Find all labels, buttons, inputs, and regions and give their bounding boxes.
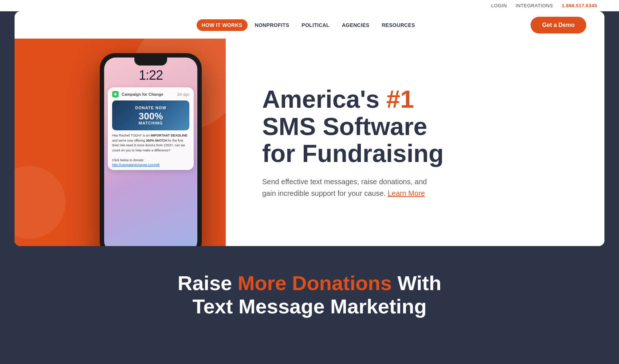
phone-frame: 1:22 Campaign for Change — [100, 53, 202, 246]
learn-more-link[interactable]: Learn More — [388, 189, 425, 197]
hero-title: America's #1 SMS Softwarefor Fundraising — [262, 86, 575, 167]
integrations-link[interactable]: INTEGRATIONS — [516, 3, 553, 8]
logo: tatango — [33, 18, 86, 32]
donate-sublabel: MATCHING — [117, 121, 184, 125]
notif-app-icon — [112, 91, 119, 98]
nav-how-it-works[interactable]: HOW IT WORKS — [197, 19, 248, 31]
nav-links: HOW IT WORKS NONPROFITS POLITICAL AGENCI… — [193, 17, 424, 33]
top-bar: LOGIN INTEGRATIONS 1.888.517.6345 — [0, 0, 619, 11]
bottom-line1-end: With — [392, 272, 441, 294]
phone-screen: 1:22 Campaign for Change — [104, 58, 197, 246]
bottom-line1-start: Raise — [178, 272, 238, 294]
bottom-line2: Text Message Marketing — [192, 295, 426, 318]
hero-subtitle: Send effective text messages, raise dona… — [262, 176, 437, 199]
hero-title-line2: SMS Softwarefor Fundraising — [262, 112, 444, 167]
donate-amount: 300% — [117, 111, 184, 121]
demo-button[interactable]: Get a Demo — [531, 17, 586, 33]
donate-label: DONATE NOW — [117, 106, 184, 110]
phone-number: 1.888.517.6345 — [562, 3, 597, 8]
notif-link[interactable]: http://campaign4change.com/gift — [112, 163, 159, 167]
hero-title-accent: #1 — [386, 85, 414, 113]
main-card: tatango HOW IT WORKS NONPROFITS POLITICA… — [15, 11, 604, 246]
bottom-line1-accent: More Donations — [238, 272, 392, 294]
wifi-icon — [73, 19, 86, 31]
notification-card: Campaign for Change 2m ago DONATE NOW 30… — [108, 87, 194, 170]
bottom-banner: Raise More Donations With Text Message M… — [0, 246, 619, 340]
hero-title-start: America's — [262, 85, 386, 113]
nav-resources[interactable]: RESOURCES — [376, 19, 420, 31]
phone-notch — [134, 58, 167, 66]
nav-agencies[interactable]: AGENCIES — [337, 19, 375, 31]
svg-point-0 — [79, 26, 80, 28]
phone-time: 1:22 — [139, 68, 163, 83]
nav-nonprofits[interactable]: NONPROFITS — [250, 19, 295, 31]
deco-circle-2 — [15, 166, 66, 239]
hero-left-panel: 1:22 Campaign for Change — [15, 39, 226, 246]
donate-banner: DONATE NOW 300% MATCHING — [112, 100, 189, 130]
nav-political[interactable]: POLITICAL — [296, 19, 335, 31]
hero-section: 1:22 Campaign for Change — [15, 39, 604, 246]
notif-app-name: Campaign for Change — [122, 92, 174, 96]
bottom-banner-title: Raise More Donations With Text Message M… — [15, 272, 604, 318]
notif-content: DONATE NOW 300% MATCHING Hey Rachel! TOD… — [108, 99, 194, 170]
login-link[interactable]: LOGIN — [491, 3, 507, 8]
notif-body: Hey Rachel! TODAY is an IMPORTANT DEADLI… — [112, 133, 189, 170]
notif-time: 2m ago — [177, 92, 189, 96]
hero-right-panel: America's #1 SMS Softwarefor Fundraising… — [226, 39, 604, 246]
navbar: tatango HOW IT WORKS NONPROFITS POLITICA… — [15, 11, 604, 39]
notif-header: Campaign for Change 2m ago — [108, 87, 194, 99]
phone-mockup: 1:22 Campaign for Change — [100, 53, 202, 246]
logo-text: tatango — [33, 18, 72, 32]
